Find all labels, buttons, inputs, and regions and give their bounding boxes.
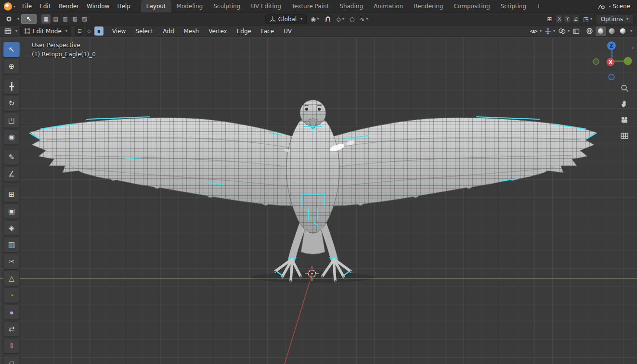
tool-inset-faces[interactable]: ▣	[3, 203, 20, 219]
shading-material-button[interactable]	[607, 26, 617, 36]
mode-label: Edit Mode	[33, 28, 62, 35]
workspace-tab[interactable]: Sculpting	[208, 0, 246, 13]
select-option-select-extend[interactable]: ▤	[51, 14, 60, 24]
pivot-point-dropdown[interactable]: ◉ ▾	[309, 14, 321, 24]
options-dropdown[interactable]: Options ▾	[596, 14, 633, 24]
viewport-menu[interactable]: Edge	[232, 26, 256, 36]
workspace-tab[interactable]: Rendering	[408, 0, 448, 13]
viewport-3d[interactable]: User Perspective (1) Retopo_Eagle(1)_0 ↖…	[0, 37, 637, 364]
orthographic-toggle-button[interactable]	[619, 130, 630, 141]
tool-scale[interactable]: ◰	[3, 113, 20, 128]
viewport-menu[interactable]: Select	[130, 26, 158, 36]
select-option-select-invert[interactable]: ▧	[70, 14, 79, 24]
add-workspace-button[interactable]: +	[532, 3, 545, 10]
zoom-button[interactable]	[619, 83, 630, 93]
tool-shrink-fatten[interactable]: ⇕	[3, 338, 20, 353]
blender-logo-icon[interactable]	[4, 2, 12, 11]
tool-measure[interactable]: ∠	[3, 166, 20, 182]
axis-toggle[interactable]: X	[556, 15, 563, 23]
workspace-tab[interactable]: Animation	[368, 0, 408, 13]
camera-view-button[interactable]	[619, 114, 630, 125]
transform-extra-icon: ◳	[583, 16, 588, 23]
falloff-dropdown[interactable]: ∿ ▾	[358, 14, 369, 24]
tool-annotate[interactable]: ✎	[3, 150, 20, 165]
select-option-select-intersect[interactable]: ▨	[80, 14, 89, 24]
active-tool-button[interactable]: ↖	[21, 14, 37, 24]
axis-toggle[interactable]: Z	[572, 15, 579, 23]
gizmo-y-ball[interactable]	[624, 57, 632, 65]
menu[interactable]: Edit	[36, 1, 54, 12]
selmode-edge-select[interactable]: ◇	[85, 26, 94, 36]
workspace-tab[interactable]: Compositing	[448, 0, 495, 13]
viewport-menu[interactable]: View	[107, 26, 130, 36]
tool-spin[interactable]: ◔	[3, 288, 20, 303]
mirror-overlay-icon[interactable]: ⊞	[546, 14, 553, 24]
workspace-tab[interactable]: UV Editing	[246, 0, 286, 13]
transform-extra-dropdown[interactable]: ◳ ▾	[582, 14, 593, 24]
shading-rendered-button[interactable]	[618, 26, 628, 36]
tool-select-box[interactable]: ↖	[3, 42, 20, 57]
overlays-dropdown[interactable]: ▾	[558, 28, 570, 34]
editor-chevron-icon[interactable]: ▾	[15, 29, 17, 33]
shading-solid-button[interactable]	[596, 26, 606, 36]
gizmo-neg-z-ball[interactable]	[609, 74, 614, 80]
tool-move[interactable]: ╋	[3, 79, 20, 94]
menu[interactable]: Window	[83, 1, 113, 12]
mode-dropdown[interactable]: Edit Mode ▾	[20, 26, 71, 36]
selmode-face-select[interactable]: ▪	[94, 26, 104, 36]
menu[interactable]: Help	[113, 1, 134, 12]
viewport-menu[interactable]: Vertex	[204, 26, 232, 36]
editor-type-tool-settings-icon[interactable]	[4, 14, 14, 24]
topbar: ▾ FileEditRenderWindowHelp LayoutModelin…	[0, 0, 637, 13]
workspace-tab[interactable]: Texture Paint	[286, 0, 334, 13]
scene-icon[interactable]	[598, 3, 605, 10]
pan-button[interactable]	[619, 99, 630, 109]
xray-toggle[interactable]	[572, 28, 580, 34]
navigation-gizmo[interactable]: Z X	[590, 39, 634, 83]
workspace-tab[interactable]: Shading	[334, 0, 368, 13]
select-option-select-new[interactable]: ▦	[41, 14, 51, 24]
tool-bevel[interactable]: ◈	[3, 220, 20, 236]
selmode-vertex-select[interactable]: ⊡	[75, 26, 84, 36]
perspective-grid-icon	[620, 132, 629, 139]
workspace-tab[interactable]: Modeling	[171, 0, 208, 13]
tool-transform[interactable]: ◉	[3, 129, 20, 145]
snap-toggle[interactable]	[323, 14, 333, 24]
gizmo-toggle-dropdown[interactable]: ▾	[545, 28, 555, 35]
tool-knife[interactable]: ✂	[3, 254, 20, 269]
tool-smooth[interactable]: ●	[3, 304, 20, 320]
tool-loop-cut[interactable]: ▥	[3, 237, 20, 252]
editor-type-chevron-icon[interactable]: ▾	[17, 17, 19, 21]
tool-shear[interactable]: ▱	[3, 355, 20, 364]
viewport-menu[interactable]: Add	[158, 26, 179, 36]
zoom-icon	[620, 84, 629, 93]
tool-poly-build[interactable]: △	[3, 271, 20, 286]
sidebar-collapse-arrow[interactable]: ‹	[632, 45, 634, 51]
axis-toggle[interactable]: Y	[564, 15, 571, 23]
shading-chevron-icon[interactable]: ▾	[630, 29, 632, 33]
editor-type-3dview-icon[interactable]	[3, 26, 13, 36]
tool-edge-slide[interactable]: ⇄	[3, 321, 20, 337]
tool-rotate[interactable]: ↻	[3, 96, 20, 111]
orientation-label: Global	[278, 16, 297, 23]
viewport-menu[interactable]: Face	[256, 26, 279, 36]
tool-extrude-region[interactable]: ⊞	[3, 187, 20, 202]
tool-cursor[interactable]: ⊕	[3, 59, 20, 74]
snap-target-dropdown[interactable]: ◇ ▾	[335, 14, 346, 24]
scene-name[interactable]: Scene	[612, 3, 630, 10]
shading-wireframe-button[interactable]	[585, 26, 595, 36]
orientation-dropdown[interactable]: Global ▾	[265, 14, 307, 24]
viewport-canvas[interactable]	[0, 37, 637, 364]
workspace-tab[interactable]: Scripting	[495, 0, 532, 13]
viewport-menu[interactable]: UV	[279, 26, 297, 36]
scene-chevron-icon[interactable]: ▾	[609, 4, 611, 9]
viewport-menu[interactable]: Mesh	[179, 26, 204, 36]
menu[interactable]: Render	[54, 1, 83, 12]
proportional-editing-toggle[interactable]: ○	[348, 14, 356, 24]
logo-chevron-icon[interactable]: ▾	[13, 4, 15, 9]
workspace-tab[interactable]: Layout	[141, 0, 171, 13]
visibility-filter-dropdown[interactable]: ▾	[530, 28, 542, 34]
gizmo-neg-y-ball[interactable]	[593, 59, 599, 64]
select-option-select-subtract[interactable]: ▥	[61, 14, 70, 24]
menu[interactable]: File	[18, 1, 36, 12]
